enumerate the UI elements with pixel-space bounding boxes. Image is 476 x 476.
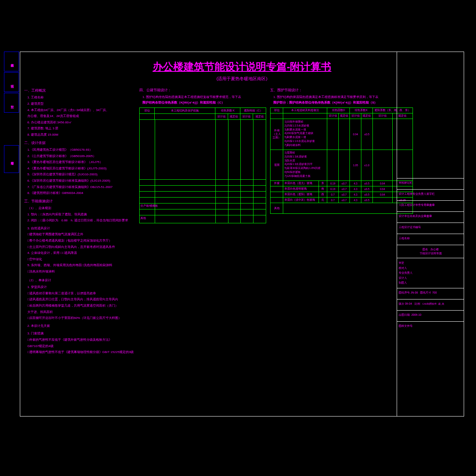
- t2-other: 其他: [271, 203, 283, 213]
- tab-4[interactable]: 节能专篇: [4, 145, 19, 173]
- s3s33-l0: □外窗的气密性不应低于《建筑外窗气密性分级及检验方法》: [27, 337, 135, 343]
- t2h2: 传热因数D: [327, 108, 350, 113]
- s3s33-l1: GB7107规定的4级: [27, 344, 135, 349]
- middle-column: 四、公建节能设计： 1. 围护结构传热隔热措施满足本工程措施经复核节能要求规范，…: [139, 88, 266, 223]
- s3s2-l2: □主立面均开口朝向或斜向主导风向，且开窗考虑对流通风条件: [27, 244, 135, 250]
- t2sh2: 设计值: [350, 113, 361, 119]
- s2-l5: 6.《深圳市居住建筑节能设计标准实施细则》(SJG15-2005): [27, 178, 135, 184]
- t2sh3: 规定值: [361, 113, 373, 119]
- t2-header: 部位 本工程选材及构造做法 传热因数D 传热系数K 遮阳系数（东、南、西、东）: [271, 108, 413, 113]
- tab-2[interactable]: 总说明: [4, 72, 19, 92]
- t2rl1: 屋面: [271, 150, 283, 180]
- t2h0: 部位: [271, 108, 283, 113]
- t2kv2b: ≤1.0: [361, 150, 373, 180]
- s4-line: 1. 围护结构传热隔热措施满足本工程措施经复核节能要求规范，等下表: [142, 94, 266, 100]
- s3s3-l3: 大于进、排风面积: [27, 309, 135, 315]
- table-2: 部位 本工程选材及构造做法 传热因数D 传热系数K 遮阳系数（东、南、西、东） …: [270, 107, 413, 214]
- s2-l7: 8.《建筑照明设计标准》GB50034-2004: [27, 190, 135, 196]
- s3-sub2: 3. 自然通风设计: [27, 226, 135, 231]
- titleblock: 审核标记栏 设计工程师专业负责人签字栏 人防工程设计审查专用章盖章 设计单位名称…: [397, 52, 464, 416]
- s2-l6: 7.《广东省公共建筑节能设计标准实施细则》DBJ15-51-2007: [27, 184, 135, 190]
- right-column: 五、围护节能设计： 1. 围护结构的保温隔热措施满足本工程措施标准满足节能要求原…: [270, 88, 413, 214]
- s3-sub1: （1）、总体规划: [27, 205, 135, 211]
- s3s3-2: 2. 本设计无天窗: [27, 323, 135, 329]
- s4-caption: 围护结构各部位传热系数（K[W/(㎡·k)]）和遮阳性能（C）: [142, 100, 266, 106]
- section-2-head: 二、设计依据: [24, 140, 135, 146]
- t1h2: 传热系数 K: [215, 108, 241, 113]
- tb-fields: 审定 校对人 专业负责人 设计人 制图人: [397, 258, 464, 288]
- t2-win-row-1: 单层白色透明玻璃南0.19≤0.74.3≤6.50.64: [271, 186, 413, 192]
- tb-sheet: 图纸序号 JN-08 图纸尺寸 700: [397, 288, 464, 299]
- t1h0: 部位: [140, 108, 155, 113]
- section-1-head: 一、工程概况: [24, 88, 135, 93]
- s3s33-l2: □透明幕墙的气密性不低于《建筑幕墙物理性能分级》GB/T 15225规定的3级: [27, 349, 135, 355]
- s3s1-l0: 1. 朝向：□东西向均采取了遮阳、导风措施: [27, 212, 135, 217]
- s3s3-l2: □前后两列共用楼梯形穿堂几道，共用气流贯通空间面积（含门）: [27, 303, 135, 309]
- t1sh2: 设计值: [240, 114, 253, 119]
- table-1-body: 分户墙/楼梯板 其他: [140, 120, 266, 223]
- s2-l1: 2.《公共建筑节能设计标准》（GB50189-2005）: [27, 154, 135, 159]
- t1h3: 遮阳性能（C）: [240, 108, 266, 113]
- t2-subheader: 设计值 规定值 设计值 规定值 设计值 规定值: [271, 113, 413, 119]
- s1-l3: 4. 本工程由1#厂房、2#厂房（含1~3#辅房层）、3#厂房、: [27, 107, 135, 113]
- t1-foot0: 分户墙/楼梯板: [140, 204, 158, 208]
- s1-l7: 8. 建筑总高度 15.00M: [27, 132, 135, 138]
- t2h1: 本工程选材及构造做法: [283, 108, 327, 113]
- tb-file: 图样文件号: [397, 322, 464, 333]
- s5-caption: 围护部分：围护结构各部位传热传热系数（K[W/(㎡·k)]）和遮阳性能（S）: [273, 100, 413, 106]
- t2sh0: 设计值: [327, 113, 339, 119]
- s3s2-l4: □空中绿化: [27, 257, 135, 262]
- s1-l6: 7. 建筑层数: 地上 3 层: [27, 126, 135, 131]
- s1-l0: 1. 工程名称: [27, 95, 135, 100]
- t2-win-row-3: 单层白（淡中灰）色玻璃北0.7≤0.74.3≤6.5≤0.25: [271, 198, 413, 203]
- tab-1[interactable]: 图纸目录: [4, 52, 19, 71]
- left-layer-tabs: 图纸目录 总说明 平立剖 节能专篇: [4, 52, 19, 173]
- s5-line: 1. 围护结构的保温隔热措施满足本工程措施标准满足节能要求原则，等下表: [273, 94, 413, 100]
- s3s2-l0: □建筑物处于周围建筑物气流漩涡区之外: [27, 232, 135, 237]
- s3-sub3: （2）、单体设计: [27, 278, 135, 283]
- t2-mat2: 1)屋面砖 2)20厚1:3水泥砂浆 3)防水层 4)20厚1:3水泥砂浆找平 …: [284, 151, 321, 178]
- tb-r1: 设计工程师专业负责人签字栏: [397, 190, 464, 201]
- t2-row-other: 其他: [271, 203, 413, 213]
- s1-l4: 办公楼、宿舍及1#、2#员工宿舍组成: [27, 113, 135, 119]
- s3s2-l3: 4. 立体绿化设计，采用 □□通风降温: [27, 250, 135, 256]
- s3s3-3: 3. 门窗措施: [27, 331, 135, 336]
- t1sh3: 规定值: [253, 114, 266, 119]
- t2h3: 传热系数K: [350, 108, 372, 113]
- t2kv0: 0.94: [350, 119, 361, 150]
- s1-l5: 6. 办公楼总建筑面积 3456.60㎡: [27, 120, 135, 125]
- table-1: 部位 本工程结构及保护措施 传热系数 K 遮阳性能（C） 设计值 规定值 设计值…: [139, 107, 266, 223]
- s2-l3: 4.《夏热冬暖地区居住建筑节能设计标准》(JGJ75-2003): [27, 166, 135, 171]
- section-1-body: 1. 工程名称 2. 建筑类型 4. 本工程由1#厂房、2#厂房（含1~3#辅房…: [27, 95, 135, 137]
- tab-3[interactable]: 平立剖: [4, 93, 19, 113]
- t2-window-rows: 外窗单层白色（透光）玻璃东0.19≤0.74.3≤6.50.64单层白色透明玻璃…: [271, 181, 413, 203]
- t1-foot1: 其他: [140, 216, 146, 220]
- tb-ver: 版次 09-04 比例 CAD制图软件: 建_筑: [397, 299, 464, 311]
- t2rl0: 外墙（主人立面）: [271, 119, 283, 150]
- s3s2-l5: 5. 东外墙、西墙、外墙采用浅色外饰面□浅色外饰面粉刷涂料: [27, 263, 135, 268]
- s2-l2: 3.《夏热冬暖地区居住建筑节能设计标准》（JGJ75）: [27, 159, 135, 165]
- s3s3-h: 1. 穿堂风设计: [27, 284, 135, 290]
- t1h1: 本工程结构及保护措施: [155, 108, 215, 113]
- table-1-header: 部位 本工程结构及保护措施 传热系数 K 遮阳性能（C）: [140, 108, 266, 114]
- tb-r4: 工程设计证书编号: [397, 223, 464, 234]
- content-area: 一、工程概况 1. 工程名称 2. 建筑类型 4. 本工程由1#厂房、2#厂房（…: [24, 88, 460, 412]
- t2kv2a: 1.05: [350, 150, 361, 180]
- left-column: 一、工程概况 1. 工程名称 2. 建筑类型 4. 本工程由1#厂房、2#厂房（…: [24, 88, 135, 356]
- tb-dwg: 图名 办公楼 节能设计说明专篇: [397, 245, 464, 258]
- s3s3-l0: □通风路径尽量靠向第二道通计算，以便提高效率: [27, 291, 135, 296]
- section-3-head: 三、节能措施设计: [24, 198, 135, 204]
- t2-row-wall: 外墙（主人立面） 1)10厚外墙面砖 2)25厚1:2.5水泥砂浆 3)刷素水泥…: [271, 119, 413, 150]
- tb-r3: 设计单位名称及执业章盖章: [397, 212, 464, 223]
- s3s2-l6: □浅色水性外墙涂料: [27, 269, 135, 274]
- t1sh1: 规定值: [228, 114, 241, 119]
- section-3-body: （1）、总体规划 1. 朝向：□东西向均采取了遮阳、导风措施 2. 间距：□最小…: [27, 205, 135, 355]
- t2kv1: ≤0.5: [361, 119, 373, 150]
- section-2-body: 1.《民用建筑热工设计规范》（GB50176-93） 2.《公共建筑节能设计标准…: [27, 147, 135, 196]
- tb-r0: 审核标记栏: [397, 178, 464, 190]
- section-5-head: 五、围护节能设计：: [270, 88, 413, 93]
- table-1-subheader: 设计值 规定值 设计值 规定值: [140, 114, 266, 120]
- s3s3-l1: □进风通路及开口位置，口朝向主导风向；排风通路背向主导风向: [27, 297, 135, 302]
- tb-proj: 工程名称: [397, 234, 464, 245]
- s3s3-l4: □房面侧可开启百叶不小于室面积60%（详见门窗立面尺寸大样图）: [27, 315, 135, 321]
